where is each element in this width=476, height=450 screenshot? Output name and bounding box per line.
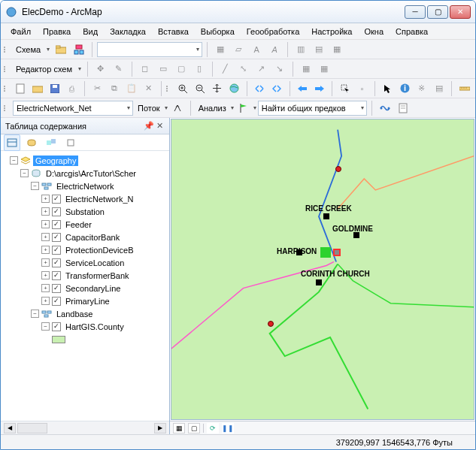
full-extent-icon[interactable] (226, 80, 242, 97)
schema-dropdown-arrow[interactable]: ▾ (45, 46, 51, 53)
save-icon[interactable] (47, 80, 62, 97)
toc-close-icon[interactable]: ✕ (154, 121, 165, 131)
layout-view-icon[interactable]: ▢ (188, 423, 200, 433)
menu-bar: Файл Правка Вид Закладка Вставка Выборка… (1, 23, 475, 40)
map-canvas[interactable]: RICE CREEK GOLDMINE HARRISON CORINTH CHU… (171, 119, 474, 420)
menu-selection[interactable]: Выборка (196, 26, 240, 38)
menu-windows[interactable]: Окна (359, 26, 389, 38)
tree-group-land[interactable]: −Landbase (2, 307, 169, 320)
toolbar-grip-3[interactable] (4, 86, 8, 92)
tree-group-elec[interactable]: −ElectricNetwork (2, 180, 169, 192)
tree-layer[interactable]: +✓TransformerBank (2, 269, 169, 282)
menu-geoprocessing[interactable]: Геообработка (241, 26, 305, 38)
next-extent-icon[interactable] (311, 80, 327, 97)
scroll-thumb[interactable] (17, 423, 47, 433)
tree-layer[interactable]: +✓CapacitorBank (2, 231, 169, 243)
tree-symbol[interactable] (2, 333, 169, 346)
close-button[interactable]: ✕ (450, 5, 471, 19)
identify-icon[interactable]: i (397, 80, 413, 97)
menu-edit[interactable]: Правка (38, 26, 76, 38)
tree-layer-land[interactable]: −✓HartGIS.County (2, 320, 169, 333)
app-icon (5, 6, 17, 18)
main-area: Таблица содержания 📌 ✕ −Geography −D:\ar… (1, 118, 475, 434)
print-icon: ⎙ (64, 80, 80, 97)
solve-icon[interactable] (377, 100, 393, 116)
svg-rect-37 (51, 139, 56, 143)
ed-b5: ╱ (217, 61, 234, 77)
prev-extent-icon[interactable] (295, 80, 311, 97)
analysis-label: Анализ (196, 104, 229, 113)
svg-rect-18 (302, 87, 307, 90)
toc-toolbar (1, 134, 169, 151)
map-node[interactable] (316, 279, 322, 285)
menu-bookmark[interactable]: Закладка (105, 26, 151, 38)
tree-layer[interactable]: +✓ServiceLocation (2, 256, 169, 269)
toolbar-grip-3b[interactable] (166, 86, 171, 92)
tree-layer[interactable]: +✓SecondaryLine (2, 282, 169, 294)
toolbar-grip-2[interactable] (4, 66, 8, 72)
open-icon[interactable] (29, 80, 45, 97)
tree-layer[interactable]: +✓Substation (2, 205, 169, 218)
dataset-icon (41, 310, 52, 319)
menu-help[interactable]: Справка (390, 26, 433, 38)
data-view-icon[interactable]: ▦ (173, 423, 185, 433)
svg-line-15 (202, 90, 205, 93)
toolbar-grip-4[interactable] (4, 105, 8, 111)
toc-list-draw-icon[interactable] (4, 134, 20, 151)
map-node[interactable] (323, 213, 329, 219)
open-folder-icon[interactable] (53, 41, 69, 58)
tree-layer[interactable]: +✓ProtectionDeviceB (2, 243, 169, 256)
zoom-fixed-out-icon[interactable] (269, 80, 285, 97)
toolbar-grip[interactable] (4, 47, 8, 53)
schema-combo[interactable] (97, 42, 202, 57)
toc-tree[interactable]: −Geography −D:\arcgis\ArcTutor\Scher −El… (1, 151, 169, 421)
new-icon[interactable] (13, 80, 29, 97)
props-icon[interactable] (395, 100, 411, 116)
maximize-button[interactable]: ▢ (427, 5, 448, 19)
measure-icon[interactable] (456, 80, 472, 97)
tree-root[interactable]: −Geography (2, 154, 169, 167)
map-node[interactable] (353, 232, 359, 238)
map-selected-node[interactable] (333, 249, 341, 256)
menu-customize[interactable]: Настройка (306, 26, 357, 38)
map-node-junction[interactable] (268, 321, 274, 327)
zoom-fixed-in-icon[interactable] (252, 80, 268, 97)
toc-hscroll[interactable]: ◀ ▶ (1, 421, 169, 434)
toc-list-vis-icon[interactable] (43, 134, 59, 151)
flag-tool-icon[interactable] (235, 100, 252, 116)
editor-dropdown-arrow[interactable]: ▾ (77, 65, 83, 72)
scroll-right-icon[interactable]: ▶ (154, 423, 166, 433)
flow-arrow[interactable]: ▾ (165, 104, 168, 111)
toc-list-source-icon[interactable] (23, 134, 40, 151)
map-label-harr: HARRISON (277, 247, 317, 255)
refresh-icon[interactable]: ⟳ (207, 423, 219, 433)
pause-draw-icon[interactable]: ❚❚ (222, 423, 234, 433)
tree-layer[interactable]: +✓ElectricNetwork_N (2, 192, 169, 205)
analysis-arrow[interactable]: ▾ (231, 104, 234, 111)
flag-arrow[interactable]: ▾ (253, 104, 256, 111)
zoom-in-icon[interactable] (175, 80, 191, 97)
map-node-junction[interactable] (335, 166, 341, 172)
svg-rect-38 (68, 140, 74, 146)
pan-icon[interactable] (209, 80, 225, 97)
tree-dataframe[interactable]: −D:\arcgis\ArcTutor\Scher (2, 167, 169, 180)
task-dropdown[interactable]: Найти общих предков (258, 101, 367, 116)
select-elem-icon[interactable] (337, 80, 353, 97)
map-flag-node[interactable] (320, 247, 331, 258)
flow-dir-icon[interactable] (169, 100, 186, 116)
tree-layer[interactable]: +✓PrimaryLine (2, 294, 169, 307)
tree-layer[interactable]: +✓Feeder (2, 218, 169, 231)
select-arrow-icon[interactable] (380, 80, 396, 97)
hyperlink-icon: ※ (414, 80, 430, 97)
menu-file[interactable]: Файл (5, 26, 36, 38)
editor-label: Редактор схем (13, 65, 75, 74)
toc-pin-icon[interactable]: 📌 (144, 121, 154, 131)
toc-list-sel-icon[interactable] (62, 134, 79, 151)
minimize-button[interactable]: ─ (405, 5, 426, 19)
network-dropdown[interactable]: ElectricNetwork_Net (13, 101, 133, 116)
diagram-icon[interactable] (71, 41, 87, 58)
menu-view[interactable]: Вид (77, 26, 103, 38)
scroll-left-icon[interactable]: ◀ (4, 423, 16, 433)
menu-insert[interactable]: Вставка (153, 26, 194, 38)
zoom-out-icon[interactable] (193, 80, 208, 97)
